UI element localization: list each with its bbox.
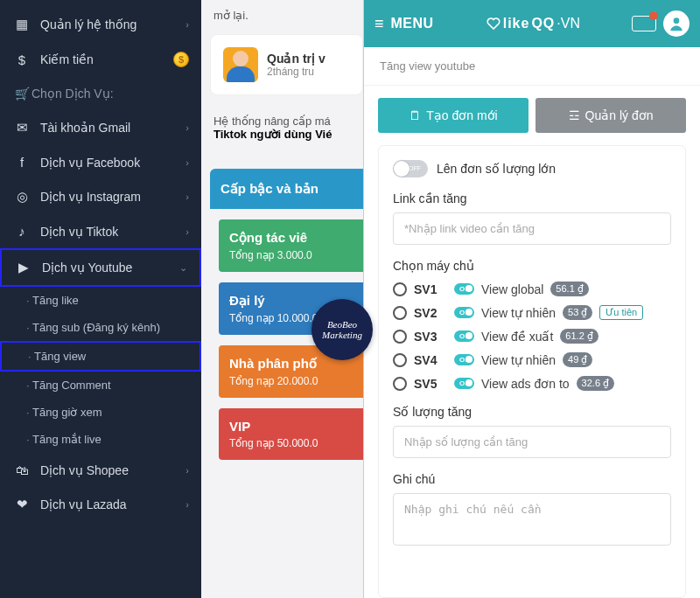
sidebar-section-choose: 🛒 Chọn Dịch Vụ: xyxy=(0,77,201,110)
on-badge: ON xyxy=(454,354,474,365)
sidebar-item-1[interactable]: f Dịch vụ Facebook › xyxy=(0,145,201,179)
admin-info: Quản trị v 2tháng tru xyxy=(267,52,326,78)
tier-sub: Tổng nạp 20.000.0 xyxy=(229,375,353,387)
breadcrumb: Tăng view youtube xyxy=(364,47,700,86)
radio-icon[interactable] xyxy=(393,377,407,391)
sidebar-subitem-3[interactable]: Tăng Comment xyxy=(0,372,201,399)
server-price: 61.2 ₫ xyxy=(560,329,598,344)
service-icon: ❤ xyxy=(12,497,32,512)
qty-input[interactable] xyxy=(393,426,671,458)
user-avatar[interactable] xyxy=(663,10,690,37)
ticket-icon[interactable]: 0 xyxy=(632,16,656,31)
radio-icon[interactable] xyxy=(393,330,407,344)
sidebar-item-3[interactable]: ♪ Dịch vụ Tiktok › xyxy=(0,214,201,248)
qty-label: Số lượng tăng xyxy=(393,405,671,419)
server-price: 49 ₫ xyxy=(563,352,592,367)
server-price: 32.6 ₫ xyxy=(577,376,614,391)
tab-manage-order[interactable]: ☲ Quản lý đơn xyxy=(536,98,686,133)
note-label: Ghi chú xyxy=(393,472,671,486)
tab-new-label: Tạo đơn mới xyxy=(426,108,497,122)
cart-icon: 🛒 xyxy=(12,87,32,101)
server-desc: View tự nhiên xyxy=(481,306,556,320)
radio-icon[interactable] xyxy=(393,282,407,296)
sidebar-item-4[interactable]: ▶ Dịch vụ Youtube ⌄ xyxy=(0,248,201,287)
sidebar-system-label: Quản lý hệ thống xyxy=(32,17,186,31)
sidebar-earn-label: Kiếm tiền xyxy=(32,52,173,66)
link-input[interactable] xyxy=(393,212,671,245)
sidebar-subitem-0[interactable]: Tăng like xyxy=(0,287,201,314)
sidebar-system[interactable]: ▦ Quản lý hệ thống › xyxy=(0,7,201,42)
sidebar-subitem-4[interactable]: Tăng giờ xem xyxy=(0,399,201,426)
service-icon: ♪ xyxy=(12,224,32,239)
sidebar-item2-0[interactable]: 🛍 Dịch vụ Shopee › xyxy=(0,453,201,487)
chevron-right-icon: › xyxy=(186,19,189,30)
brand-a: like xyxy=(503,16,530,31)
service-icon: f xyxy=(12,155,32,170)
chevron-icon: › xyxy=(186,226,189,237)
service-icon: ▶ xyxy=(14,260,33,275)
server-name: SV4 xyxy=(414,353,447,367)
ticket-count: 0 xyxy=(652,10,656,18)
brand-b: QQ xyxy=(531,16,555,31)
service-icon: ✉ xyxy=(12,120,32,136)
reopen-text: mở lại. xyxy=(210,9,363,34)
tab-new-order[interactable]: 🗒 Tạo đơn mới xyxy=(378,98,528,133)
sidebar-subitem-5[interactable]: Tăng mắt live xyxy=(0,426,201,453)
coin-icon: $ xyxy=(173,52,189,67)
svg-point-0 xyxy=(674,17,680,24)
service-icon: ◎ xyxy=(12,189,32,205)
sidebar-item2-1[interactable]: ❤ Dịch vụ Lazada › xyxy=(0,487,201,522)
tier-card-3[interactable]: VIP Tổng nạp 50.000.0 xyxy=(219,408,363,460)
sidebar-item-label: Tài khoản Gmail xyxy=(32,121,186,135)
admin-card[interactable]: Quản trị v 2tháng tru xyxy=(210,34,363,95)
menu-label[interactable]: MENU xyxy=(391,16,434,31)
sidebar-subitem-2[interactable]: Tăng view xyxy=(0,341,201,372)
server-row-2[interactable]: SV3 ON View đề xuất 61.2 ₫ xyxy=(393,329,671,344)
service-icon: 🛍 xyxy=(12,462,32,477)
server-label: Chọn máy chủ xyxy=(393,259,671,273)
tier-card-0[interactable]: Cộng tác viê Tổng nạp 3.000.0 xyxy=(219,219,363,272)
server-row-4[interactable]: SV5 ON View ads đơn to 32.6 ₫ xyxy=(393,376,671,391)
note-line-b: Tiktok người dùng Vié xyxy=(214,128,332,141)
sidebar-earn[interactable]: $ Kiếm tiền $ xyxy=(0,42,201,77)
priority-badge: Ưu tiên xyxy=(599,305,643,320)
sidebar-item-label: Dịch vụ Lazada xyxy=(32,497,186,511)
tab-manage-label: Quản lý đơn xyxy=(585,108,654,122)
big-order-label: Lên đơn số lượng lớn xyxy=(437,162,556,176)
beobeo-logo: BeoBeo Marketing xyxy=(312,299,373,360)
sidebar-item-2[interactable]: ◎ Dịch vụ Instagram › xyxy=(0,179,201,214)
brand-c: ·VN xyxy=(556,16,580,31)
chevron-right-icon: › xyxy=(186,465,189,476)
radio-icon[interactable] xyxy=(393,306,407,320)
tier-title: Cộng tác viê xyxy=(229,230,353,246)
radio-icon[interactable] xyxy=(393,353,407,367)
brand[interactable]: likeQQ·VN xyxy=(441,16,625,31)
server-row-0[interactable]: SV1 ON View global 56.1 ₫ xyxy=(393,282,671,296)
server-row-3[interactable]: SV4 ON View tự nhiên 49 ₫ xyxy=(393,352,671,367)
phone-panel: ≡ MENU likeQQ·VN 0 Tăng view youtube 🗒 xyxy=(363,0,700,598)
tier-header: Cấp bậc và bản xyxy=(210,169,363,209)
sidebar-subitem-1[interactable]: Tăng sub (Đăng ký kênh) xyxy=(0,314,201,341)
hamburger-icon[interactable]: ≡ xyxy=(374,15,384,33)
server-name: SV2 xyxy=(414,306,447,320)
note-input[interactable] xyxy=(393,493,671,546)
system-note: Hệ thống nâng cấp má Tiktok người dùng V… xyxy=(210,104,363,151)
sidebar-item-label: Dịch vụ Shopee xyxy=(32,463,186,477)
list-icon: ☲ xyxy=(569,108,580,122)
server-desc: View tự nhiên xyxy=(481,353,556,367)
server-name: SV3 xyxy=(414,330,447,344)
sidebar-choose-label: Chọn Dịch Vụ: xyxy=(32,87,114,101)
server-row-1[interactable]: SV2 ON View tự nhiên 53 ₫ Ưu tiên xyxy=(393,305,671,320)
chevron-icon: › xyxy=(186,191,189,202)
clipboard-icon: 🗒 xyxy=(409,108,421,122)
big-order-toggle[interactable]: OFF xyxy=(393,160,428,177)
server-desc: View ads đơn to xyxy=(481,377,570,391)
admin-time: 2tháng tru xyxy=(267,66,326,78)
on-badge: ON xyxy=(454,307,474,318)
tabs: 🗒 Tạo đơn mới ☲ Quản lý đơn xyxy=(364,86,700,145)
chevron-icon: › xyxy=(186,157,189,168)
sidebar: ▦ Quản lý hệ thống › $ Kiếm tiền $ 🛒 Chọ… xyxy=(0,0,201,598)
server-price: 53 ₫ xyxy=(563,305,592,320)
sidebar-item-0[interactable]: ✉ Tài khoản Gmail › xyxy=(0,110,201,145)
order-form: OFF Lên đơn số lượng lớn Link cần tăng C… xyxy=(378,145,686,598)
